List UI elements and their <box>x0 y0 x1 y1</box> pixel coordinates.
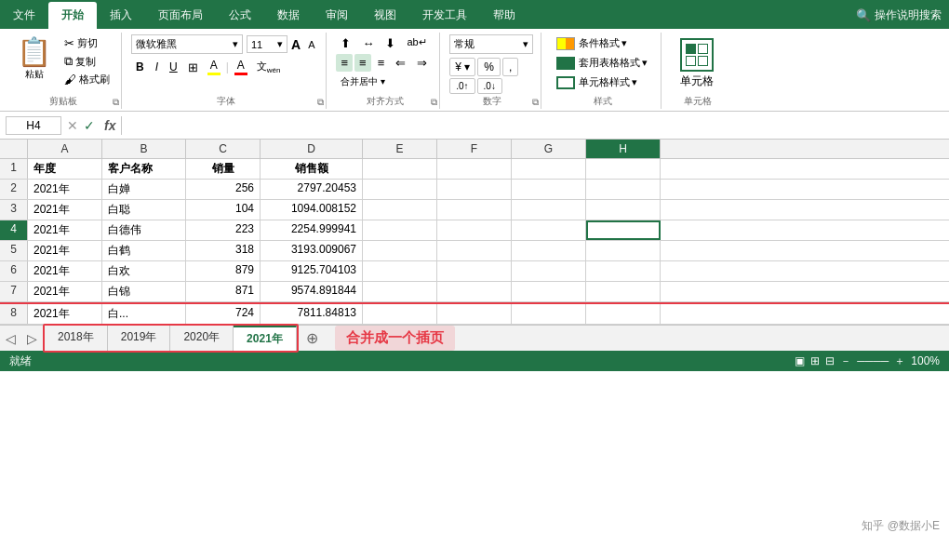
search-box[interactable]: 🔍 操作说明搜索 <box>849 2 949 29</box>
cell-e8[interactable] <box>363 304 437 324</box>
confirm-formula-icon[interactable]: ✓ <box>84 118 95 133</box>
cell-a6[interactable]: 2021年 <box>28 261 102 281</box>
cell-g7[interactable] <box>512 282 586 301</box>
tab-data[interactable]: 数据 <box>264 2 313 29</box>
table-style-button[interactable]: 套用表格格式 ▾ <box>551 54 653 72</box>
italic-button[interactable]: I <box>151 59 163 75</box>
cell-d4[interactable]: 2254.999941 <box>261 220 363 240</box>
font-expand-icon[interactable]: ⧉ <box>317 97 324 108</box>
tab-help[interactable]: 帮助 <box>480 2 528 29</box>
font-color-button[interactable]: A <box>231 57 251 77</box>
font-name-dropdown[interactable]: 微软雅黑 ▾ <box>131 34 243 54</box>
cell-reference[interactable]: H4 <box>6 116 61 135</box>
cell-g2[interactable] <box>512 180 586 199</box>
highlight-color-button[interactable]: A <box>204 57 224 77</box>
cell-e4[interactable] <box>363 220 437 240</box>
sheet-nav-left[interactable]: ◁ <box>0 331 21 346</box>
cell-d2[interactable]: 2797.20453 <box>261 180 363 199</box>
cell-e5[interactable] <box>363 241 437 260</box>
underline-button[interactable]: U <box>165 59 182 75</box>
cell-f4[interactable] <box>437 220 512 240</box>
cell-f1[interactable] <box>437 159 512 179</box>
align-left-button[interactable]: ≡ <box>336 54 353 72</box>
tab-review[interactable]: 审阅 <box>313 2 361 29</box>
col-header-c[interactable]: C <box>186 140 261 158</box>
cell-d6[interactable]: 9125.704103 <box>261 261 363 281</box>
formula-input[interactable] <box>127 117 943 134</box>
number-expand-icon[interactable]: ⧉ <box>532 97 539 108</box>
cell-b4[interactable]: 白德伟 <box>102 220 186 240</box>
sheet-nav-right[interactable]: ▷ <box>21 331 43 346</box>
cell-f5[interactable] <box>437 241 512 260</box>
percent-button[interactable]: % <box>477 58 501 76</box>
cell-h3[interactable] <box>586 200 661 220</box>
wrap-text-button[interactable]: ab↵ <box>402 34 431 52</box>
number-format-dropdown[interactable]: 常规 ▾ <box>449 34 533 54</box>
tab-developer[interactable]: 开发工具 <box>409 2 480 29</box>
col-header-d[interactable]: D <box>261 140 363 158</box>
cell-a4[interactable]: 2021年 <box>28 220 102 240</box>
cancel-formula-icon[interactable]: ✕ <box>67 118 78 133</box>
cell-a1[interactable]: 年度 <box>28 159 102 179</box>
cell-a5[interactable]: 2021年 <box>28 241 102 260</box>
cell-g1[interactable] <box>512 159 586 179</box>
cell-style-button[interactable]: 单元格样式 ▾ <box>551 73 653 91</box>
cell-a8[interactable]: 2021年 <box>28 304 102 324</box>
fx-icon[interactable]: fx <box>104 118 115 133</box>
cell-c8[interactable]: 724 <box>186 304 261 324</box>
align-bottom-button[interactable]: ⬇ <box>381 34 400 52</box>
cell-a2[interactable]: 2021年 <box>28 180 102 199</box>
border-button[interactable]: ⊞ <box>184 59 202 76</box>
cell-d7[interactable]: 9574.891844 <box>261 282 363 301</box>
cell-e6[interactable] <box>363 261 437 281</box>
page-layout-icon[interactable]: ⊞ <box>810 354 820 367</box>
cell-c1[interactable]: 销量 <box>186 159 261 179</box>
currency-button[interactable]: ¥ ▾ <box>449 58 475 76</box>
cut-button[interactable]: ✂ 剪切 <box>60 34 114 52</box>
cell-f6[interactable] <box>437 261 512 281</box>
tab-insert[interactable]: 插入 <box>97 2 145 29</box>
tab-file[interactable]: 文件 <box>0 2 48 29</box>
tab-page-layout[interactable]: 页面布局 <box>145 2 216 29</box>
col-header-h[interactable]: H <box>586 140 661 158</box>
cell-h7[interactable] <box>586 282 661 301</box>
sheet-tab-2018[interactable]: 2018年 <box>45 326 108 351</box>
cell-b5[interactable]: 白鹤 <box>102 241 186 260</box>
sheet-tab-2021[interactable]: 2021年 <box>234 326 297 351</box>
cell-c5[interactable]: 318 <box>186 241 261 260</box>
cell-a3[interactable]: 2021年 <box>28 200 102 220</box>
cell-h8[interactable] <box>586 304 661 324</box>
cell-c4[interactable]: 223 <box>186 220 261 240</box>
cell-c2[interactable]: 256 <box>186 180 261 199</box>
tab-view[interactable]: 视图 <box>361 2 409 29</box>
indent-decrease-button[interactable]: ⇐ <box>391 54 410 72</box>
cell-button[interactable]: 单元格 <box>671 34 723 93</box>
paste-button[interactable]: 📋 粘贴 <box>11 34 57 85</box>
bold-button[interactable]: B <box>131 59 149 75</box>
cell-d1[interactable]: 销售额 <box>261 159 363 179</box>
cell-g4[interactable] <box>512 220 586 240</box>
format-painter-button[interactable]: 🖌 格式刷 <box>60 71 114 88</box>
cell-a7[interactable]: 2021年 <box>28 282 102 301</box>
zoom-out-button[interactable]: － <box>840 353 851 369</box>
comma-button[interactable]: , <box>502 58 518 76</box>
col-header-a[interactable]: A <box>28 140 102 158</box>
tab-home[interactable]: 开始 <box>48 2 97 29</box>
cell-f8[interactable] <box>437 304 512 324</box>
cell-b7[interactable]: 白锦 <box>102 282 186 301</box>
zoom-in-button[interactable]: ＋ <box>894 353 905 369</box>
cell-e7[interactable] <box>363 282 437 301</box>
alignment-expand-icon[interactable]: ⧉ <box>431 97 437 108</box>
cell-h1[interactable] <box>586 159 661 179</box>
normal-view-icon[interactable]: ▣ <box>795 354 805 367</box>
col-header-f[interactable]: F <box>437 140 512 158</box>
cell-b1[interactable]: 客户名称 <box>102 159 186 179</box>
cell-c6[interactable]: 879 <box>186 261 261 281</box>
cell-h4[interactable] <box>586 220 661 240</box>
conditional-format-button[interactable]: 条件格式 ▾ <box>551 34 653 52</box>
font-size-dropdown[interactable]: 11 ▾ <box>247 35 287 53</box>
cell-f3[interactable] <box>437 200 512 220</box>
decrease-decimal-button[interactable]: .0↓ <box>477 78 502 94</box>
cell-g3[interactable] <box>512 200 586 220</box>
cell-c7[interactable]: 871 <box>186 282 261 301</box>
